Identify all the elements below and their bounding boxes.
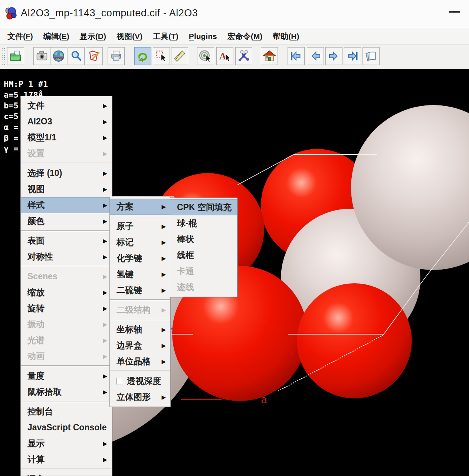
context-menu-item: 振动▶ [21,316,112,332]
submenu-arrow-icon: ▶ [103,238,107,244]
context-menu-item[interactable]: 对称性▶ [21,249,112,265]
toolbar-button-measure-ruler[interactable] [171,47,188,65]
toolbar-button-web-globe[interactable]: WWW [50,47,67,65]
toolbar-button-script-editor[interactable] [86,47,103,65]
context-menu-item[interactable]: 表面▶ [21,233,112,249]
toolbar-button-nav-first[interactable] [288,47,305,65]
toolbar-button-pick-center[interactable] [197,47,214,65]
context-menu-item: 动画▶ [21,348,112,364]
nav-first-icon [289,49,303,63]
context-menu-item[interactable]: 颜色▶ [21,213,112,229]
toolbar-button-search[interactable] [68,47,85,65]
menu-item-label: Scenes [27,271,98,281]
jmol-window: { "window": { "title": "Al2O3_mp-1143_co… [0,0,469,476]
menu-item-label: 立体图形 [117,391,157,403]
context-menu-item[interactable]: 单位晶格▶ [110,353,170,369]
toolbar-button-atom-label[interactable]: A [216,47,233,65]
context-menu-item[interactable]: CPK 空间填充 [170,199,237,215]
context-menu-item[interactable]: 鼠标拾取▶ [21,384,112,400]
toolbar-button-layers[interactable] [363,47,380,65]
context-menu-item[interactable]: 线框 [170,247,237,263]
toolbar-button-camera-export[interactable] [33,47,50,65]
layers-icon [364,49,378,63]
context-menu-item[interactable]: 棒状 [170,231,237,247]
menu-item-label: 颜色 [27,215,98,227]
toolbar-button-home[interactable] [261,47,278,65]
menu-item-label: 样式 [27,199,98,211]
submenu-arrow-icon: ▶ [103,373,107,379]
menu-separator [21,163,111,164]
context-menu-item[interactable]: 坐标轴▶ [110,322,170,338]
menu-item-label: 卡通 [177,265,233,277]
menu-item-label: 模型1/1 [27,132,98,143]
viewport-info-overlay-line: b=5 [4,101,19,110]
menubar-item-V[interactable]: 视图(V) [111,31,148,42]
context-menu-item[interactable]: 旋转▶ [21,300,112,316]
context-menu-item[interactable]: 选择 (10)▶ [21,165,112,181]
nav-next-icon [327,49,341,63]
unit-cell-edge [427,222,469,276]
context-menu-item[interactable]: 标记▶ [110,234,170,250]
minimize-button[interactable] [449,11,460,13]
toolbar-button-open-folder[interactable] [7,47,24,65]
submenu-arrow-icon: ▶ [161,223,166,230]
toolbar-button-bonds[interactable] [235,47,252,65]
context-menu-item[interactable]: 显示▶ [21,436,112,451]
toolbar-button-nav-last[interactable] [344,47,361,65]
menu-item-label: 方案 [117,201,157,212]
measure-ruler-icon [173,49,186,63]
unit-cell-edge [278,335,383,391]
context-menu-item[interactable]: 透视深度 [110,373,170,389]
context-menu-item[interactable]: 化学键▶ [110,250,170,266]
menu-item-label: 视图 [27,183,98,195]
menubar-item-F[interactable]: 文件(F) [2,31,38,42]
context-menu-item[interactable]: 原子▶ [110,218,170,234]
submenu-arrow-icon: ▶ [161,326,166,333]
context-menu-item[interactable]: 立体图形▶ [110,389,170,405]
toolbar-button-print[interactable] [108,47,125,65]
context-menu-item[interactable]: 方案▶ [110,199,170,215]
context-menu-item[interactable]: 计算▶ [21,451,112,467]
toolbar-drag-handle[interactable] [1,48,6,65]
context-menu-item[interactable]: 二硫键▶ [110,282,170,298]
menu-item-label: 量度 [27,370,98,382]
menubar-item-M[interactable]: 宏命令(M) [222,31,268,42]
context-menu-item: 光谱▶ [21,332,112,348]
context-menu-item[interactable]: JavaScript Console [21,420,112,436]
context-menu-item[interactable]: 球-棍 [170,215,237,231]
submenu-arrow-icon: ▶ [103,337,107,344]
toolbar-button-nav-next[interactable] [325,47,342,65]
menu-item-label: 标记 [117,237,157,248]
menubar-item-D[interactable]: 显示(D) [75,31,111,42]
context-menu-item[interactable]: 模型1/1▶ [21,130,112,146]
perspective-depth-checkbox[interactable] [117,378,123,385]
context-menu-item[interactable]: 氢键▶ [110,266,170,282]
context-menu-item[interactable]: 视图▶ [21,181,112,197]
context-menu-item[interactable]: 控制台 [21,404,112,420]
submenu-arrow-icon: ▶ [103,456,107,463]
context-menu-item[interactable]: 量度▶ [21,368,112,384]
menu-item-label: 振动 [27,319,98,330]
context-menu-item[interactable]: 文件▶ [21,98,112,114]
toolbar-button-nav-previous[interactable] [307,47,324,65]
context-menu-item[interactable]: 缩放▶ [21,284,112,300]
toolbar-button-select-region[interactable] [153,47,170,65]
atom-label-icon: A [218,49,232,63]
menu-separator [110,216,170,217]
menu-item-label: 缩放 [27,287,98,298]
submenu-arrow-icon: ▶ [103,321,107,328]
context-menu-item[interactable]: 样式▶ [21,197,112,213]
menubar-item-E[interactable]: 编辑(E) [38,31,75,42]
submenu-arrow-icon: ▶ [103,254,107,260]
submenu-arrow-icon: ▶ [161,394,166,401]
menubar-item-H[interactable]: 帮助(H) [268,31,304,42]
script-editor-icon [88,49,101,63]
print-icon [109,49,123,63]
menu-item-label: 二级结构 [117,304,157,316]
menubar-item-T[interactable]: 工具(T) [148,31,184,42]
context-menu-item[interactable]: 语言▶ [21,471,112,476]
context-menu-item[interactable]: Al2O3▶ [21,114,112,130]
menubar-item-P[interactable]: Plugins [184,32,222,41]
context-menu-item[interactable]: 边界盒▶ [110,338,170,353]
toolbar-button-rotate[interactable] [134,47,151,65]
